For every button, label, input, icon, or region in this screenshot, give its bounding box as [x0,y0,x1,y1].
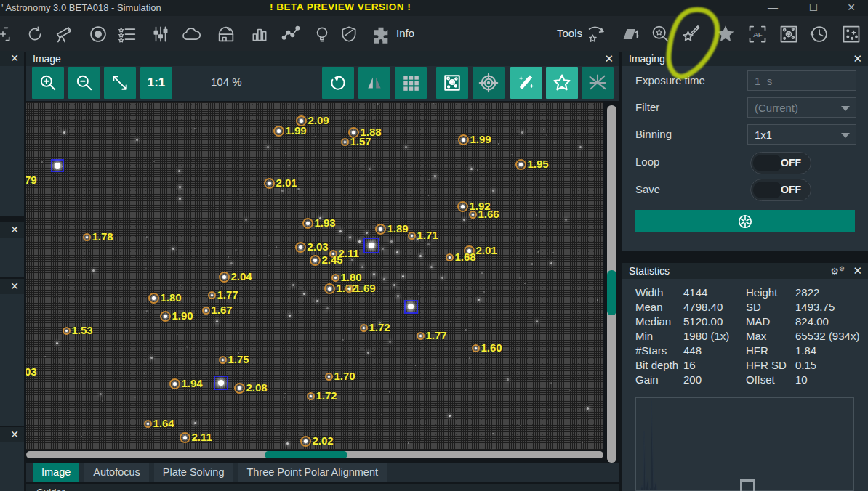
background-star [276,246,277,248]
sliders-icon[interactable] [150,24,171,44]
background-star [588,389,589,389]
grid-button[interactable] [395,67,427,99]
background-star [359,200,361,202]
field-star [405,146,407,148]
background-star [180,285,181,287]
close-icon[interactable]: ✕ [10,281,19,291]
background-star [389,391,390,392]
filter-dropdown[interactable]: (Current) [747,97,856,118]
close-icon[interactable]: ✕ [10,53,19,63]
chevron-down-icon [841,133,850,138]
star-icon[interactable] [715,24,736,44]
maximize-button[interactable]: ☐ [803,0,824,16]
background-star [382,269,384,271]
plugins-puzzle-icon[interactable] [371,24,391,44]
scatter-graph-icon[interactable] [281,24,301,44]
close-icon[interactable]: ✕ [853,53,862,64]
bahtinov-button[interactable] [582,67,614,99]
info-label[interactable]: Info [396,27,414,39]
stat-label: Width [635,286,663,299]
filter-label: Filter [635,101,659,113]
telescope-icon[interactable] [54,24,74,44]
hfr-value-label: 1.80 [161,291,182,304]
slew-arc-star-icon[interactable] [586,24,606,44]
flat-wizard-icon[interactable] [620,24,640,44]
histogram-selection-rect[interactable] [740,479,755,491]
background-star [189,390,190,391]
background-star [57,126,58,127]
history-clock-icon[interactable] [809,24,829,44]
star-core [299,246,302,249]
hfr-value-label: 2.11 [192,431,212,443]
hfr-value-label: 1.69 [355,282,376,294]
zoom-out-button[interactable] [68,67,100,99]
hfr-value-label: 1.72 [369,321,390,333]
loop-toggle[interactable]: OFF [750,152,811,174]
close-icon[interactable]: ✕ [604,53,614,64]
star-annotation-button[interactable] [436,67,468,99]
vertical-scrollbar[interactable] [607,105,616,463]
focuser-icon[interactable] [88,24,108,44]
horizontal-scrollbar[interactable] [26,451,603,458]
field-star [470,168,473,170]
flat-panel-bulb-icon[interactable] [312,24,332,44]
plate-solve-magnifier-icon[interactable] [651,24,671,44]
field-star [100,393,102,395]
background-star [73,369,74,370]
close-icon[interactable]: ✕ [10,429,19,439]
sequence-icon[interactable] [118,24,138,44]
tab-three-point-polar-alignment[interactable]: Three Point Polar Alignment [238,463,387,482]
close-button[interactable]: ✕ [840,0,862,16]
background-star [537,251,539,253]
zoom-in-button[interactable] [32,67,64,99]
field-star [396,251,398,253]
fit-to-screen-button[interactable] [104,67,136,99]
star-detection-icon[interactable] [779,24,799,44]
star-core [348,288,350,290]
autofocus-icon[interactable]: AF [747,24,768,44]
statistics-panel-title: Statistics [629,265,670,277]
stat-value: 5120.00 [683,315,723,328]
refresh-icon[interactable] [25,24,45,44]
binning-dropdown[interactable]: 1x1 [747,124,856,145]
background-star [342,339,343,341]
bar-chart-icon[interactable] [249,24,270,44]
cloud-icon[interactable] [182,24,202,44]
background-star [419,131,421,133]
horizontal-scrollbar-thumb[interactable] [265,451,347,458]
one-to-one-button[interactable]: 1:1 [140,67,172,99]
observatory-icon[interactable] [216,24,236,44]
star-field-icon[interactable] [841,24,861,44]
close-icon[interactable]: ✕ [853,265,862,276]
exposure-time-input[interactable]: 1 s [747,70,856,91]
flip-button[interactable] [358,67,390,99]
framing-icon[interactable] [0,24,13,44]
background-star [428,195,429,195]
field-star [536,320,538,322]
image-canvas[interactable]: 2.091.991.881.571.991.952.011.921.661.93… [26,102,603,450]
shield-icon[interactable] [339,24,359,44]
auto-stretch-wand-button[interactable] [510,67,542,99]
background-star [146,236,148,238]
target-crosshair-button[interactable] [473,67,505,99]
tab-plate-solving[interactable]: Plate Solving [154,463,233,482]
star-outline-button[interactable] [546,67,578,99]
settings-gears-icon[interactable]: ⚙⚙ [830,265,845,277]
vertical-scrollbar-thumb[interactable] [607,270,616,315]
background-star [511,154,513,155]
autostretch-button[interactable] [322,67,354,99]
chevron-down-icon [841,106,850,111]
save-toggle[interactable]: OFF [750,179,811,201]
hfr-value-label: 1.64 [153,417,174,429]
close-icon[interactable]: ✕ [10,224,19,235]
manual-focus-target-icon[interactable] [680,23,701,44]
background-star [220,411,221,413]
background-star [54,346,55,346]
background-star [221,286,222,288]
background-star [101,438,103,439]
capture-button[interactable] [635,210,855,232]
minimize-button[interactable]: — [762,0,784,16]
stat-label: HFR [746,344,768,357]
tab-autofocus[interactable]: Autofocus [84,463,149,482]
tab-image[interactable]: Image [33,463,79,482]
